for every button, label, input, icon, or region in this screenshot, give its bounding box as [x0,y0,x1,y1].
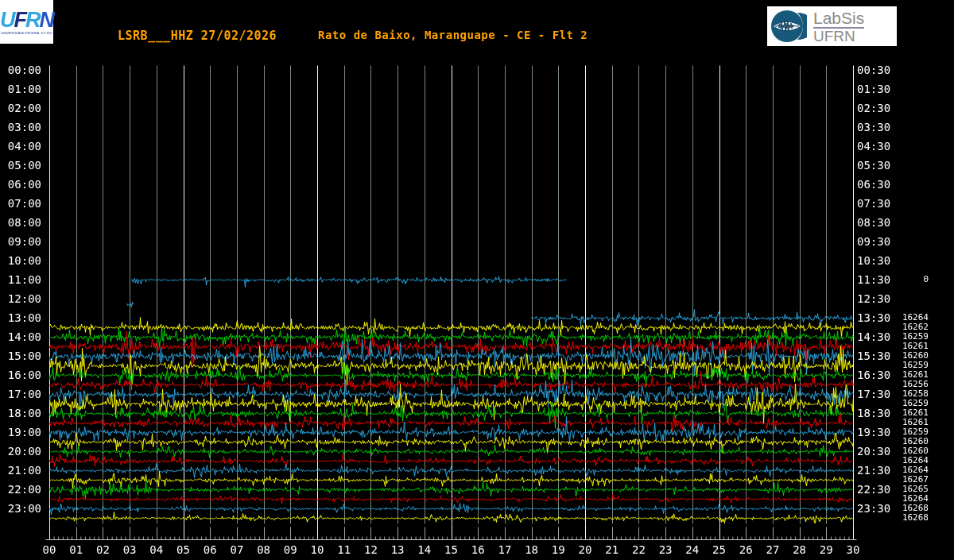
minute-label: 25 [708,543,731,556]
minute-label: 20 [573,543,597,556]
minute-label: 03 [118,543,142,556]
left-time-label: 01:00 [0,83,41,95]
left-time-label: 11:00 [0,273,41,286]
left-time-label: 20:00 [0,445,41,458]
left-time-label: 03:00 [0,121,41,133]
location-title: Rato de Baixo, Maranguape - CE - Flt 2 [318,29,588,41]
ufrn-letter-r: R [25,8,40,32]
left-time-label: 22:00 [0,483,41,496]
left-time-label: 21:00 [0,464,41,477]
minute-label: 15 [440,543,463,556]
ufrn-logo-caption: UNIVERSIDADE FEDERAL DO RIO GRANDE DO NO… [1,31,52,35]
station-title: LSRB___HHZ 27/02/2026 [118,29,277,43]
ufrn-logo: UFRN UNIVERSIDADE FEDERAL DO RIO GRANDE … [0,0,53,44]
right-time-label: 07:30 [857,197,890,210]
minute-label: 04 [145,543,169,556]
minute-label: 13 [386,543,409,556]
minute-label: 14 [413,543,436,556]
minute-label: 07 [225,543,249,556]
minute-label: 16 [466,543,490,556]
labsis-ufrn: UFRN [813,29,864,44]
ufrn-logo-letters: UFRN [0,10,53,31]
left-time-label: 00:00 [0,64,41,76]
left-time-label: 14:00 [0,330,41,343]
left-time-label: 15:00 [0,350,41,362]
left-time-label: 18:00 [0,407,41,419]
left-time-label: 05:00 [0,159,41,172]
minute-label: 30 [841,543,865,556]
ufrn-letter-u: U [0,8,14,32]
minute-label: 18 [520,543,544,556]
minute-label: 12 [359,543,382,556]
minute-label: 22 [626,543,650,556]
right-time-label: 12:30 [857,292,890,305]
minute-label: 10 [305,543,329,556]
right-time-label: 03:30 [857,121,890,133]
minute-label: 28 [788,543,812,556]
ufrn-letter-n: N [40,8,54,32]
left-time-label: 04:00 [0,140,41,153]
left-time-label: 12:00 [0,292,41,305]
helicorder-plot-canvas [0,0,954,560]
minute-label: 29 [814,543,838,556]
minute-label: 01 [64,543,88,556]
left-time-label: 07:00 [0,197,41,210]
left-time-label: 09:00 [0,235,41,248]
minute-label: 17 [493,543,517,556]
right-time-label: 10:30 [857,254,890,267]
left-time-label: 13:00 [0,311,41,324]
left-time-label: 23:00 [0,502,41,515]
minute-label: 19 [546,543,570,556]
left-time-label: 02:00 [0,102,41,114]
minute-label: 26 [734,543,758,556]
right-time-label: 08:30 [857,216,890,229]
right-time-label: 02:30 [857,102,890,114]
trace-value: 0 [879,275,929,284]
right-time-label: 09:30 [857,235,890,248]
labsis-waveform-icon [770,8,807,44]
left-time-label: 06:00 [0,178,41,191]
left-time-label: 19:00 [0,426,41,438]
minute-label: 05 [172,543,196,556]
minute-label: 24 [681,543,704,556]
minute-label: 00 [37,543,61,556]
labsis-logo: LabSis UFRN [767,6,897,46]
minute-label: 27 [761,543,785,556]
minute-label: 06 [198,543,222,556]
labsis-logo-text: LabSis UFRN [813,10,864,44]
right-time-label: 05:30 [857,159,890,172]
right-time-label: 00:30 [857,64,890,76]
left-time-label: 16:00 [0,369,41,381]
helicorder-page: UFRN UNIVERSIDADE FEDERAL DO RIO GRANDE … [0,0,954,560]
trace-value: 16268 [879,513,929,523]
minute-label: 02 [91,543,114,556]
left-time-label: 08:00 [0,216,41,229]
ufrn-letter-f: F [14,8,26,32]
minute-label: 08 [252,543,276,556]
left-time-label: 17:00 [0,388,41,400]
minute-label: 23 [653,543,677,556]
right-time-label: 04:30 [857,140,890,153]
right-time-label: 06:30 [857,178,890,191]
minute-label: 09 [278,543,302,556]
labsis-name: LabSis [813,10,864,29]
minute-label: 11 [332,543,356,556]
right-time-label: 01:30 [857,83,890,95]
minute-label: 21 [600,543,624,556]
left-time-label: 10:00 [0,254,41,267]
